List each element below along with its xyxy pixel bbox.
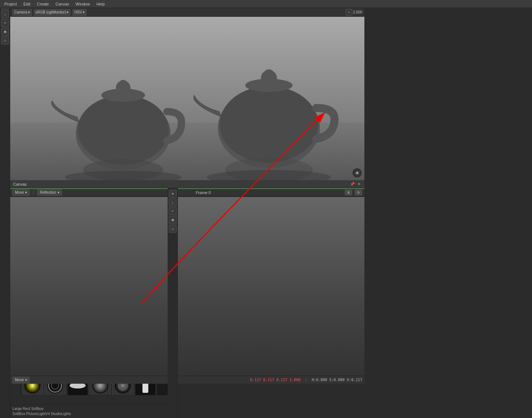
move-dropdown[interactable]: Move ▾ bbox=[12, 189, 30, 196]
render-view-toolbar: Camera ▾ sRGB (rgbMonitor) ▾ HSV ▾ + 2.0… bbox=[10, 8, 364, 17]
frame-label: Frame 0 bbox=[65, 190, 342, 195]
colormode-dropdown[interactable]: sRGB (rgbMonitor) ▾ bbox=[34, 9, 71, 16]
status-path: SoftBox PictureLightV4 StudioLights bbox=[12, 411, 165, 417]
canvas-header: Canvas 📌 ✕ bbox=[10, 180, 364, 188]
rtool-pan[interactable]: ✱ bbox=[1, 28, 9, 36]
playback-bar: Move ▾ Reflection ▾ Frame 0 ⏸ ↻ bbox=[10, 188, 364, 196]
pause-button[interactable]: ⏸ bbox=[345, 190, 352, 196]
canvas-bottom-bar: Move ▾ 0.117 0.117 0.117 1.000 | H:0.000… bbox=[10, 376, 364, 384]
teapot-svg bbox=[10, 17, 364, 180]
ctool-extra[interactable]: ⊹ bbox=[169, 225, 177, 233]
menu-bar: Project Edit Create Canvas Window Help bbox=[0, 0, 532, 8]
canvas-color-values: 0.117 0.117 0.117 1.000 bbox=[250, 378, 300, 382]
canvas-move-dropdown[interactable]: Move ▾ bbox=[12, 377, 30, 383]
ctool-pan[interactable]: ✱ bbox=[169, 216, 177, 224]
camera-dropdown[interactable]: Camera ▾ bbox=[12, 9, 32, 16]
ctool-select[interactable]: ✦ bbox=[169, 190, 177, 198]
sun-icon[interactable]: ☀ bbox=[352, 168, 362, 178]
canvas-close[interactable]: ✕ bbox=[356, 182, 361, 187]
menu-item-project[interactable]: Project bbox=[1, 1, 20, 7]
ctool-zoom[interactable]: ⌖ bbox=[169, 207, 177, 215]
menu-item-edit[interactable]: Edit bbox=[20, 1, 33, 7]
canvas-red-dot bbox=[156, 288, 157, 290]
refresh-button[interactable]: ↻ bbox=[355, 190, 362, 196]
canvas-pin[interactable]: 📌 bbox=[350, 182, 355, 187]
menu-item-canvas[interactable]: Canvas bbox=[52, 1, 72, 7]
canvas-area: Canvas 📌 ✕ sRGB (rgbMonitor) ▾ RGB(A) ▾ … bbox=[10, 180, 364, 410]
menu-item-help[interactable]: Help bbox=[94, 1, 108, 7]
ctool-move[interactable]: ↕ bbox=[169, 198, 177, 206]
render-view: Render View [HDR Light Studio] 📌 ✕ Camer… bbox=[10, 0, 364, 180]
svg-point-145 bbox=[220, 86, 318, 163]
canvas-title: Canvas bbox=[13, 182, 27, 186]
canvas-tool-strip: ✦ ↕ ⌖ ✱ ⊹ bbox=[168, 188, 178, 418]
canvas-hsv-values: H:0.000 S:0.000 V:0.117 bbox=[312, 378, 362, 382]
render-tool-strip: ✦ ↕ ⌖ ✱ ⊹ bbox=[0, 0, 10, 410]
svg-point-148 bbox=[264, 69, 274, 80]
rtool-zoom[interactable]: ⌖ bbox=[1, 19, 9, 27]
rtool-extra[interactable]: ⊹ bbox=[1, 36, 9, 44]
zoom-value: 2.000 bbox=[353, 10, 362, 14]
svg-point-142 bbox=[119, 80, 128, 89]
menu-item-create[interactable]: Create bbox=[34, 1, 52, 7]
menu-item-window[interactable]: Window bbox=[73, 1, 93, 7]
rtool-move[interactable]: ↕ bbox=[1, 10, 9, 18]
zoom-in-btn[interactable]: + bbox=[346, 9, 352, 16]
hsv-dropdown[interactable]: HSV ▾ bbox=[73, 9, 86, 16]
svg-point-139 bbox=[78, 95, 169, 165]
reflection-dropdown[interactable]: Reflection ▾ bbox=[37, 189, 62, 196]
canvas-content[interactable] bbox=[10, 197, 364, 376]
render-canvas: ☀ bbox=[10, 17, 364, 180]
